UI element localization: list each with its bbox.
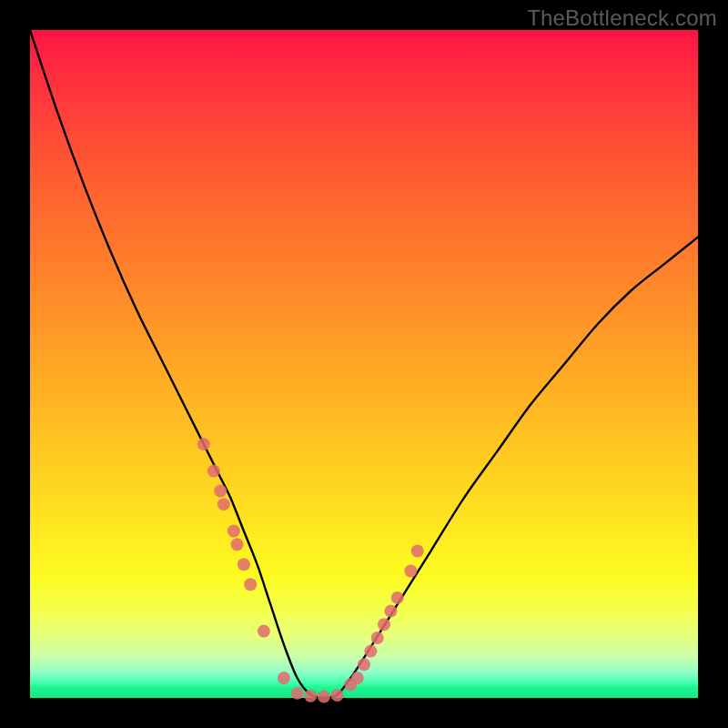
sample-point (278, 672, 290, 684)
marker-group (197, 438, 424, 703)
sample-point (364, 645, 377, 658)
sample-point (378, 618, 390, 631)
sample-point (411, 545, 424, 558)
sample-point (331, 689, 344, 702)
sample-point (217, 498, 230, 511)
sample-point (231, 538, 244, 551)
sample-point (238, 558, 250, 571)
chart-frame: TheBottleneck.com (0, 0, 728, 728)
sample-point (228, 525, 240, 538)
sample-point (244, 578, 257, 591)
sample-point (351, 672, 364, 684)
sample-point (291, 687, 304, 700)
bottleneck-curve (30, 30, 698, 698)
sample-point (207, 464, 220, 477)
sample-point (404, 565, 417, 578)
sample-point (304, 690, 317, 703)
sample-point (318, 691, 330, 703)
sample-point (214, 484, 227, 497)
plot-area (30, 30, 698, 698)
sample-point (371, 632, 384, 644)
sample-point (258, 625, 270, 638)
sample-point (391, 592, 404, 604)
chart-svg (30, 30, 698, 698)
watermark-text: TheBottleneck.com (527, 5, 717, 31)
sample-point (358, 658, 370, 671)
sample-point (197, 438, 210, 450)
sample-point (384, 605, 397, 618)
